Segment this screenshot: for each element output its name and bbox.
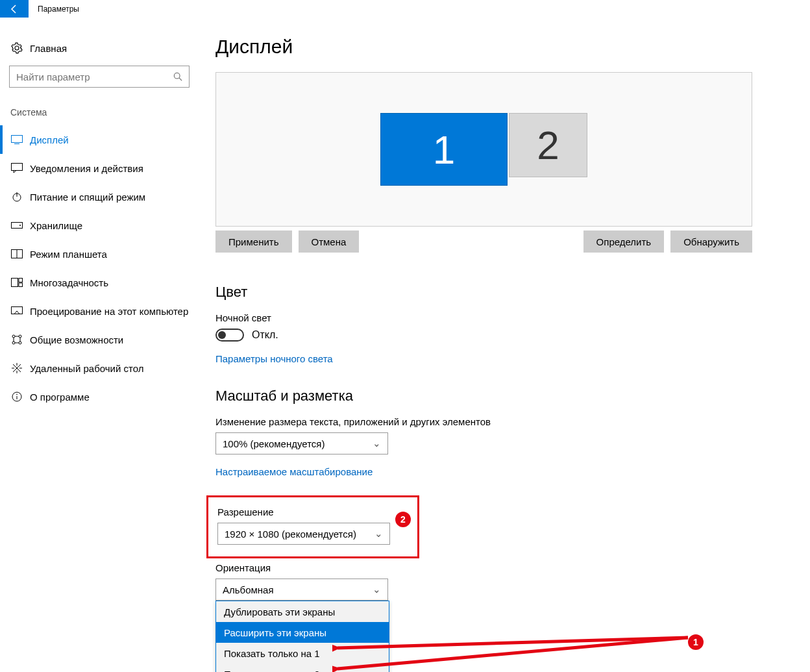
annotation-badge-1: 1 xyxy=(688,634,704,650)
svg-point-15 xyxy=(12,335,15,338)
svg-rect-4 xyxy=(12,164,23,171)
sidebar-item-tablet[interactable]: Режим планшета xyxy=(0,240,200,268)
sidebar-item-label: Дисплей xyxy=(30,134,69,145)
svg-point-21 xyxy=(16,394,18,395)
sidebar-item-shared[interactable]: Общие возможности xyxy=(0,325,200,354)
home-nav[interactable]: Главная xyxy=(0,36,200,60)
monitor-2[interactable]: 2 xyxy=(509,113,587,177)
search-icon xyxy=(173,72,182,81)
svg-point-16 xyxy=(19,335,21,338)
sidebar-item-about[interactable]: О программе xyxy=(0,382,200,411)
sidebar-item-label: Уведомления и действия xyxy=(30,163,143,174)
shared-icon xyxy=(10,334,23,345)
storage-icon xyxy=(10,222,23,229)
window-title: Параметры xyxy=(29,5,79,14)
night-light-toggle[interactable] xyxy=(215,329,244,342)
svg-point-17 xyxy=(12,342,15,344)
dd-item-duplicate[interactable]: Дублировать эти экраны xyxy=(216,601,389,622)
project-icon xyxy=(10,306,23,316)
tablet-icon xyxy=(10,249,23,258)
sidebar-item-label: Общие возможности xyxy=(30,334,123,345)
arrow-left-icon xyxy=(9,4,19,14)
resolution-value: 1920 × 1080 (рекомендуется) xyxy=(225,529,356,540)
home-label: Главная xyxy=(30,43,67,54)
scale-label: Изменение размера текста, приложений и д… xyxy=(215,416,810,427)
svg-line-1 xyxy=(179,78,182,81)
apply-button[interactable]: Применить xyxy=(215,230,292,253)
info-icon xyxy=(10,392,23,402)
svg-point-0 xyxy=(174,73,180,79)
orientation-combo[interactable]: Альбомная ⌄ xyxy=(215,579,388,601)
night-light-settings-link[interactable]: Параметры ночного света xyxy=(215,353,810,364)
multitask-icon xyxy=(10,278,23,287)
annotation-badge-2: 2 xyxy=(395,512,411,527)
scale-value: 100% (рекомендуется) xyxy=(223,438,325,449)
monitor-icon xyxy=(10,135,23,144)
sidebar-item-remote[interactable]: Удаленный рабочий стол xyxy=(0,354,200,382)
search-input[interactable] xyxy=(16,71,166,82)
sidebar-item-notifications[interactable]: Уведомления и действия xyxy=(0,154,200,182)
sidebar-item-power[interactable]: Питание и спящий режим xyxy=(0,182,200,211)
svg-rect-11 xyxy=(12,279,18,287)
dd-item-show-only-2[interactable]: Показать только на 2 xyxy=(216,664,389,672)
sidebar-group-title: Система xyxy=(0,88,200,125)
section-scale: Масштаб и разметка xyxy=(215,388,810,404)
sidebar-item-label: О программе xyxy=(30,392,90,403)
power-icon xyxy=(10,192,23,202)
sidebar-item-multitask[interactable]: Многозадачность xyxy=(0,268,200,297)
sidebar-item-label: Удаленный рабочий стол xyxy=(30,363,143,374)
search-input-wrap[interactable] xyxy=(9,66,190,88)
multi-display-dropdown[interactable]: Дублировать эти экраны Расширить эти экр… xyxy=(215,601,389,672)
svg-rect-2 xyxy=(12,136,23,143)
annotation-highlight-resolution: 2 Разрешение 1920 × 1080 (рекомендуется)… xyxy=(206,495,419,558)
sidebar-item-label: Многозадачность xyxy=(30,277,108,288)
main-content: Дисплей 1 2 Применить Отмена Определить … xyxy=(200,18,810,672)
cancel-button[interactable]: Отмена xyxy=(299,230,360,253)
detect-button[interactable]: Обнаружить xyxy=(670,230,752,253)
sidebar-item-storage[interactable]: Хранилище xyxy=(0,211,200,240)
resolution-label: Разрешение xyxy=(217,506,408,517)
sidebar-item-projecting[interactable]: Проецирование на этот компьютер xyxy=(0,297,200,325)
display-arrangement[interactable]: 1 2 xyxy=(215,72,752,227)
sidebar-item-display[interactable]: Дисплей xyxy=(0,125,200,154)
sidebar-item-label: Проецирование на этот компьютер xyxy=(30,306,188,317)
section-color: Цвет xyxy=(215,284,810,301)
dd-item-extend[interactable]: Расширить эти экраны xyxy=(216,622,389,643)
chat-icon xyxy=(10,163,23,173)
svg-rect-12 xyxy=(19,279,23,282)
svg-rect-13 xyxy=(19,283,23,287)
sidebar-item-label: Питание и спящий режим xyxy=(30,192,145,203)
night-light-state: Откл. xyxy=(252,329,278,341)
orientation-label: Ориентация xyxy=(215,562,810,573)
orientation-value: Альбомная xyxy=(223,584,274,595)
sidebar-item-label: Режим планшета xyxy=(30,249,107,260)
chevron-down-icon: ⌄ xyxy=(374,528,383,540)
identify-button[interactable]: Определить xyxy=(583,230,665,253)
svg-point-18 xyxy=(19,342,21,344)
monitor-1[interactable]: 1 xyxy=(380,113,508,186)
back-button[interactable] xyxy=(0,0,29,18)
chevron-down-icon: ⌄ xyxy=(373,584,381,595)
svg-line-23 xyxy=(338,638,688,648)
chevron-down-icon: ⌄ xyxy=(373,438,381,449)
svg-rect-14 xyxy=(12,307,23,314)
sidebar: Главная Система Дисплей Уведомления и де… xyxy=(0,18,200,672)
svg-line-24 xyxy=(338,638,688,669)
scale-combo[interactable]: 100% (рекомендуется) ⌄ xyxy=(215,432,388,454)
dd-item-show-only-1[interactable]: Показать только на 1 xyxy=(216,643,389,664)
page-title: Дисплей xyxy=(215,36,810,58)
svg-point-8 xyxy=(19,225,21,226)
custom-scaling-link[interactable]: Настраиваемое масштабирование xyxy=(215,466,810,477)
remote-icon xyxy=(10,363,23,373)
sidebar-item-label: Хранилище xyxy=(30,220,82,231)
gear-icon xyxy=(10,42,23,54)
night-light-label: Ночной свет xyxy=(215,312,810,323)
resolution-combo[interactable]: 1920 × 1080 (рекомендуется) ⌄ xyxy=(217,523,390,545)
